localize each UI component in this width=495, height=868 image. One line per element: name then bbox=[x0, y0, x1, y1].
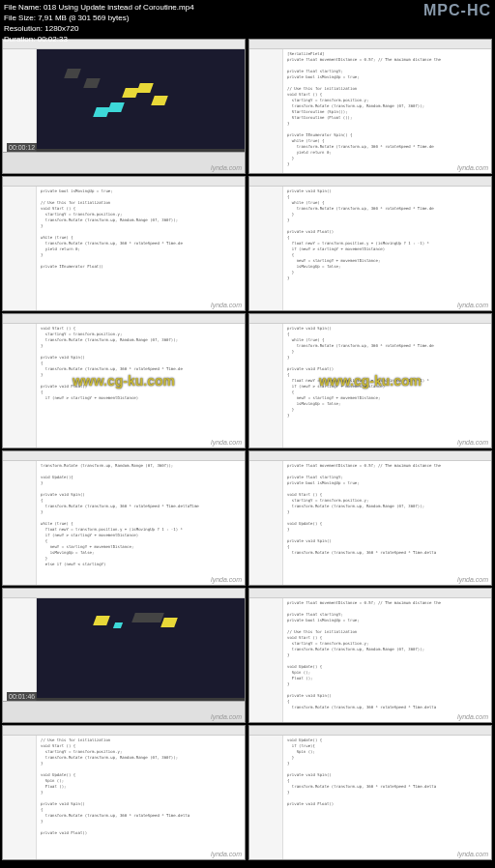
domain-watermark: www.cg-ku.com bbox=[73, 373, 175, 389]
source-watermark: lynda.com bbox=[211, 576, 242, 583]
player-logo: MPC-HC bbox=[423, 2, 491, 19]
editor-toolbar bbox=[249, 451, 491, 461]
editor-sidebar bbox=[249, 736, 283, 859]
file-size-label: File Size: bbox=[4, 14, 36, 22]
thumbnail-12[interactable]: void Update() { if (true){ Spin (); } } … bbox=[248, 725, 492, 860]
editor-toolbar bbox=[3, 451, 245, 461]
thumbnail-11[interactable]: // Use this for initialization void Star… bbox=[2, 725, 246, 860]
thumbnail-3[interactable]: private bool isMovingUp = true; // Use t… bbox=[2, 176, 246, 311]
code-editor: private float movementDistance = 0.5f; /… bbox=[283, 598, 491, 722]
source-watermark: lynda.com bbox=[457, 164, 488, 171]
source-watermark: lynda.com bbox=[211, 439, 242, 446]
thumbnail-6[interactable]: private void Spin() { while (true) { tra… bbox=[248, 313, 492, 448]
source-watermark: lynda.com bbox=[211, 851, 242, 857]
thumbnail-5[interactable]: void Start () { startingY = transform.po… bbox=[2, 313, 246, 448]
source-watermark: lynda.com bbox=[457, 851, 488, 857]
editor-sidebar bbox=[249, 187, 283, 310]
editor-sidebar bbox=[3, 187, 37, 310]
source-watermark: lynda.com bbox=[211, 302, 242, 308]
editor-sidebar bbox=[249, 461, 283, 585]
unity-timeline bbox=[3, 152, 245, 173]
editor-toolbar bbox=[249, 177, 491, 187]
code-editor: // Use this for initialization void Star… bbox=[37, 736, 245, 859]
editor-toolbar bbox=[249, 314, 491, 324]
thumbnail-grid: 00:00:12 lynda.com [SerializeField] priv… bbox=[0, 37, 495, 862]
code-editor: private bool isMovingUp = true; // Use t… bbox=[37, 187, 245, 310]
thumbnail-10[interactable]: private float movementDistance = 0.5f; /… bbox=[248, 588, 492, 723]
editor-sidebar bbox=[249, 49, 283, 173]
source-watermark: lynda.com bbox=[457, 713, 488, 720]
source-watermark: lynda.com bbox=[457, 576, 488, 583]
file-name-label: File Name: bbox=[4, 3, 42, 12]
editor-sidebar bbox=[3, 461, 37, 585]
duration-value: 00:02:33 bbox=[38, 35, 68, 43]
thumbnail-2[interactable]: [SerializeField] private float movementD… bbox=[248, 39, 492, 174]
unity-timeline bbox=[3, 701, 245, 722]
source-watermark: lynda.com bbox=[457, 439, 488, 446]
editor-sidebar bbox=[249, 598, 283, 722]
source-watermark: lynda.com bbox=[457, 302, 488, 308]
editor-toolbar bbox=[3, 314, 245, 324]
domain-watermark: www.cg-ku.com bbox=[319, 373, 422, 389]
editor-toolbar bbox=[3, 177, 245, 187]
duration-label: Duration: bbox=[4, 35, 35, 43]
editor-sidebar bbox=[3, 324, 37, 448]
thumbnail-1[interactable]: 00:00:12 lynda.com bbox=[2, 39, 246, 174]
editor-sidebar bbox=[249, 324, 283, 448]
editor-toolbar bbox=[249, 40, 491, 49]
timestamp: 00:01:46 bbox=[7, 692, 37, 701]
code-editor: private float movementDistance = 0.5f; /… bbox=[283, 461, 491, 585]
thumbnail-8[interactable]: private float movementDistance = 0.5f; /… bbox=[248, 450, 492, 586]
editor-toolbar bbox=[249, 589, 491, 598]
unity-scene-view bbox=[37, 598, 245, 698]
code-editor: private void Spin() { while (true) { tra… bbox=[283, 187, 491, 310]
code-editor: void Update() { if (true){ Spin (); } } … bbox=[283, 736, 491, 859]
file-size-value: 7,91 MB (8 301 569 bytes) bbox=[38, 14, 129, 22]
unity-scene-view bbox=[37, 49, 245, 149]
thumbnail-4[interactable]: private void Spin() { while (true) { tra… bbox=[248, 176, 492, 311]
resolution-label: Resolution: bbox=[4, 24, 43, 33]
source-watermark: lynda.com bbox=[211, 164, 242, 171]
editor-toolbar bbox=[249, 726, 491, 736]
code-editor: [SerializeField] private float movementD… bbox=[283, 49, 491, 173]
code-editor: transform.Rotate (transform.up, Random.R… bbox=[37, 461, 245, 585]
editor-toolbar bbox=[3, 726, 245, 736]
resolution-value: 1280x720 bbox=[44, 24, 78, 33]
unity-toolbar bbox=[3, 589, 245, 598]
editor-sidebar bbox=[3, 736, 37, 859]
file-info: File Name: 018 Using Update instead of C… bbox=[4, 2, 194, 44]
timestamp: 00:00:12 bbox=[7, 143, 37, 152]
thumbnail-7[interactable]: transform.Rotate (transform.up, Random.R… bbox=[2, 450, 246, 586]
thumbnail-9[interactable]: 00:01:46 lynda.com bbox=[2, 588, 246, 723]
source-watermark: lynda.com bbox=[211, 713, 242, 720]
file-name-value: 018 Using Update instead of Coroutine.mp… bbox=[44, 3, 194, 12]
